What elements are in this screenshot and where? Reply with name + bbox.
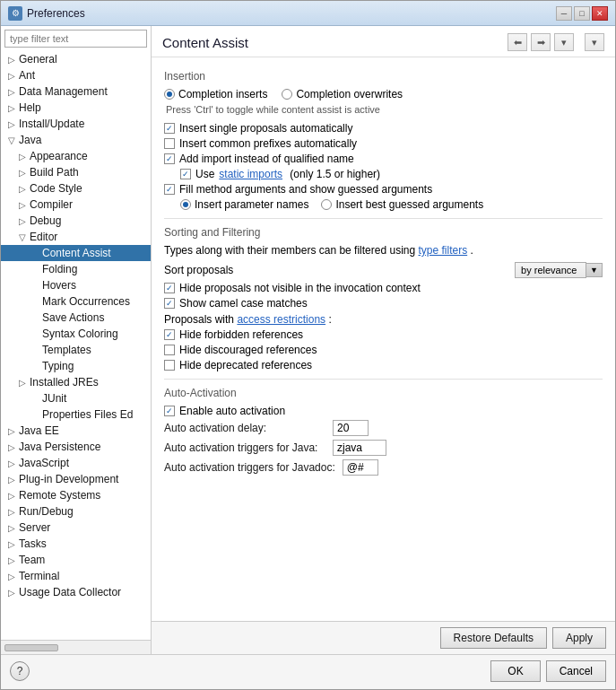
insert-best-guessed-option[interactable]: Insert best guessed arguments [321,198,483,211]
filter-input[interactable] [4,30,147,48]
expand-arrow: ▷ [19,378,28,388]
insert-best-guessed-radio[interactable] [321,199,332,210]
sidebar-item-syntax-coloring[interactable]: Syntax Coloring [1,326,151,342]
maximize-button[interactable]: □ [574,6,590,21]
apply-button[interactable]: Apply [552,627,606,649]
insert-common-row[interactable]: Insert common prefixes automatically [164,137,603,150]
ok-cancel-group: OK Cancel [490,660,606,682]
use-static-imports-post: (only 1.5 or higher) [287,168,380,180]
completion-overwrites-radio[interactable] [282,89,292,100]
access-restrictions-link[interactable]: access restrictions [237,313,325,326]
type-filters-link[interactable]: type filters [418,244,467,257]
fill-method-checkbox[interactable] [164,184,175,195]
ok-button[interactable]: OK [490,660,540,682]
sidebar-item-terminal[interactable]: ▷ Terminal [1,568,151,584]
delay-input[interactable] [333,420,369,436]
hide-discouraged-row[interactable]: Hide discouraged references [164,344,603,356]
sidebar-item-templates[interactable]: Templates [1,342,151,358]
triggers-javadoc-input[interactable] [343,459,378,476]
sidebar-item-plugin-development[interactable]: ▷ Plug-in Development [1,471,151,487]
hide-not-visible-row[interactable]: Hide proposals not visible in the invoca… [164,282,603,294]
completion-overwrites-option[interactable]: Completion overwrites [282,88,403,100]
sidebar-item-data-management[interactable]: ▷ Data Management [1,83,151,100]
insert-common-checkbox[interactable] [164,138,175,149]
sidebar-item-tasks[interactable]: ▷ Tasks [1,536,151,552]
sidebar-item-typing[interactable]: Typing [1,358,151,374]
sidebar-item-label: Terminal [19,570,59,582]
sidebar-item-mark-occurrences[interactable]: Mark Occurrences [1,293,151,310]
hide-not-visible-checkbox[interactable] [164,283,175,293]
use-static-imports-checkbox[interactable] [180,169,191,179]
sidebar-item-java-persistence[interactable]: ▷ Java Persistence [1,439,151,455]
section-divider-1 [164,218,603,219]
forward-button[interactable]: ➡ [531,33,551,51]
sidebar-item-remote-systems[interactable]: ▷ Remote Systems [1,487,151,503]
add-import-checkbox[interactable] [164,153,175,164]
triggers-java-row: Auto activation triggers for Java: [164,440,603,456]
enable-auto-activation-checkbox[interactable] [164,406,175,416]
show-camel-case-row[interactable]: Show camel case matches [164,297,603,310]
sidebar-item-compiler[interactable]: ▷ Compiler [1,197,151,213]
hide-deprecated-row[interactable]: Hide deprecated references [164,359,603,371]
horizontal-scrollbar[interactable] [1,640,151,654]
sidebar-item-junit[interactable]: JUnit [1,390,151,406]
hide-forbidden-row[interactable]: Hide forbidden references [164,328,603,341]
insert-param-names-radio[interactable] [180,199,191,210]
sidebar-item-ant[interactable]: ▷ Ant [1,67,151,83]
sidebar-item-server[interactable]: ▷ Server [1,520,151,536]
add-import-row[interactable]: Add import instead of qualified name [164,153,603,165]
sidebar-item-java-ee[interactable]: ▷ Java EE [1,423,151,439]
use-static-imports-row[interactable]: Use static imports (only 1.5 or higher) [164,168,603,180]
sidebar-item-java[interactable]: ▽ Java [1,132,151,148]
sidebar-item-general[interactable]: ▷ General [1,51,151,67]
enable-auto-activation-row[interactable]: Enable auto activation [164,405,603,417]
sidebar-item-build-path[interactable]: ▷ Build Path [1,164,151,180]
static-imports-link[interactable]: static imports [219,168,282,180]
insert-param-names-option[interactable]: Insert parameter names [180,198,308,211]
sidebar-item-label: Tasks [19,537,47,550]
sidebar-item-install-update[interactable]: ▷ Install/Update [1,116,151,132]
right-header: Content Assist ⬅ ➡ ▾ ▾ [152,26,615,57]
sidebar-item-folding[interactable]: Folding [1,261,151,277]
restore-defaults-button[interactable]: Restore Defaults [440,627,547,649]
auto-activation-delay-row: Auto activation delay: [164,420,603,436]
sort-by-dropdown[interactable]: by relevance ▼ [515,262,603,278]
sidebar-item-appearance[interactable]: ▷ Appearance [1,148,151,164]
sidebar-item-editor[interactable]: ▽ Editor [1,229,151,245]
expand-arrow: ▷ [19,184,28,194]
hide-deprecated-checkbox[interactable] [164,360,175,371]
minimize-button[interactable]: ─ [556,6,572,21]
sort-by-value[interactable]: by relevance [515,262,586,278]
sidebar-item-help[interactable]: ▷ Help [1,100,151,116]
dropdown-button[interactable]: ▾ [554,33,574,51]
close-button[interactable]: ✕ [592,6,608,21]
completion-inserts-option[interactable]: Completion inserts [164,88,267,100]
dropdown-arrow-icon[interactable]: ▼ [586,263,603,277]
sidebar-item-usage-data-collector[interactable]: ▷ Usage Data Collector [1,584,151,600]
ctrl-hint: Press 'Ctrl' to toggle while content ass… [164,104,603,115]
sidebar-item-code-style[interactable]: ▷ Code Style [1,180,151,197]
completion-inserts-radio[interactable] [164,89,175,100]
more-button[interactable]: ▾ [585,33,604,51]
triggers-java-input[interactable] [333,440,386,456]
sidebar-item-save-actions[interactable]: Save Actions [1,310,151,326]
help-button[interactable]: ? [10,661,30,681]
sidebar-item-javascript[interactable]: ▷ JavaScript [1,455,151,471]
left-panel: ▷ General ▷ Ant ▷ Data Management ▷ Help… [1,26,152,654]
sidebar-item-debug[interactable]: ▷ Debug [1,213,151,229]
sidebar-item-hovers[interactable]: Hovers [1,277,151,293]
hide-discouraged-checkbox[interactable] [164,345,175,355]
sidebar-item-properties-files[interactable]: Properties Files Ed [1,406,151,423]
param-names-group: Insert parameter names Insert best guess… [164,198,603,211]
sidebar-item-run-debug[interactable]: ▷ Run/Debug [1,503,151,520]
back-button[interactable]: ⬅ [508,33,527,51]
hide-forbidden-checkbox[interactable] [164,329,175,340]
show-camel-case-checkbox[interactable] [164,298,175,309]
insert-single-row[interactable]: Insert single proposals automatically [164,122,603,135]
sidebar-item-content-assist[interactable]: Content Assist [1,245,151,261]
fill-method-row[interactable]: Fill method arguments and show guessed a… [164,183,603,196]
sidebar-item-installed-jres[interactable]: ▷ Installed JREs [1,374,151,390]
cancel-button[interactable]: Cancel [546,660,606,682]
insert-single-checkbox[interactable] [164,123,175,134]
sidebar-item-team[interactable]: ▷ Team [1,552,151,568]
